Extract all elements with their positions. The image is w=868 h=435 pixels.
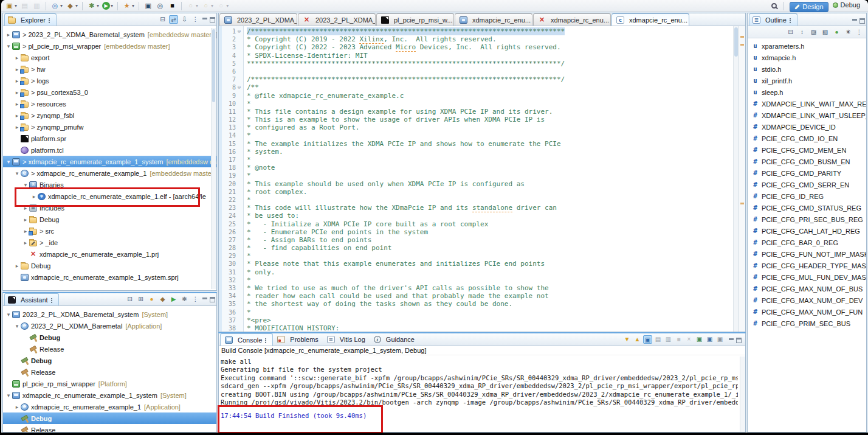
scroll-lock-button[interactable]: ▣: [643, 335, 652, 344]
expander-icon[interactable]: ▾: [13, 323, 21, 329]
maximize-icon[interactable]: [736, 338, 742, 343]
outline-item[interactable]: xparameters.h: [748, 40, 866, 52]
tree-row[interactable]: Debug: [3, 355, 216, 366]
view-menu-icon[interactable]: ⋮: [191, 15, 200, 24]
expander-icon[interactable]: ▾: [5, 159, 12, 165]
tree-row[interactable]: xdmapcie_rc_enumerate_example_1_system.s…: [3, 271, 216, 283]
tree-row[interactable]: ▸>resources: [3, 98, 216, 110]
collapse-all-button[interactable]: ⊟: [786, 28, 795, 37]
tree-row[interactable]: Release: [3, 343, 216, 355]
code-editor[interactable]: 1⊖2345678⊖910111213141516171819202122232…: [219, 26, 745, 332]
tree-row[interactable]: ▾2023_2_PL_XDMA_Baremetal_system[System]: [3, 308, 216, 320]
launch-debug-button[interactable]: ★▾: [121, 1, 136, 11]
editor-tab[interactable]: 2023_2_PL_XDMA_...: [219, 13, 297, 26]
tab-outline[interactable]: Outline: [749, 13, 797, 26]
outline-item[interactable]: XDMAPCIE_DEVICE_ID: [748, 121, 866, 133]
tab-menu-icon[interactable]: [48, 18, 52, 23]
debug-button[interactable]: ✱: [180, 295, 189, 304]
console-tab-console[interactable]: Console: [220, 333, 273, 346]
hide-fields-button[interactable]: ▨: [809, 28, 818, 37]
build-button[interactable]: ◆: [158, 295, 167, 304]
tree-row[interactable]: ▸Includes: [3, 202, 216, 214]
remove-launch-button[interactable]: ×: [684, 335, 694, 344]
dropdown-arrow-icon[interactable]: ▾: [75, 3, 78, 9]
link-with-editor-button[interactable]: ⇄: [169, 15, 178, 24]
amd-console-button[interactable]: ■: [167, 1, 178, 11]
build-button[interactable]: ◆▾: [64, 1, 79, 11]
outline-item[interactable]: sleep.h: [748, 86, 866, 98]
hide-inactive-button[interactable]: ✳: [844, 28, 853, 37]
tab-assistant[interactable]: Assistant: [4, 293, 59, 305]
outline-item[interactable]: PCIE_CFG_PRIM_SEC_BUS: [748, 318, 866, 329]
maximize-icon[interactable]: [859, 18, 865, 24]
display-console-button[interactable]: ▣: [705, 335, 714, 344]
view-menu-icon[interactable]: ⋮: [191, 295, 200, 304]
perspective-debug[interactable]: Debug: [828, 0, 864, 10]
console-tab-guidance[interactable]: Guidance: [370, 333, 419, 346]
expander-icon[interactable]: ▸: [22, 205, 29, 211]
dropdown-arrow-icon[interactable]: ▾: [111, 3, 113, 9]
import-button[interactable]: ⇩: [180, 15, 189, 24]
outline-item[interactable]: PCIE_CFG_MAX_NUM_OF_FUN: [748, 306, 866, 318]
launch-target-button[interactable]: ◎▾: [49, 1, 64, 11]
editor-tab[interactable]: 2023_2_PL_XDMA_...: [298, 13, 376, 26]
tree-row[interactable]: Debug: [3, 412, 216, 424]
tree-row[interactable]: pl_pcie_rp_msi_wrapper[Platform]: [3, 378, 216, 389]
expand-all-button[interactable]: ⊞: [136, 295, 145, 304]
outline-item[interactable]: PCIE_CFG_PRI_SEC_BUS_REG: [748, 214, 866, 225]
expander-icon[interactable]: ▸: [13, 55, 21, 61]
clean-button[interactable]: ●: [147, 295, 156, 304]
outline-item[interactable]: XDMAPCIE_LINK_WAIT_USLEEP_MIN: [748, 110, 866, 121]
minimize-icon[interactable]: [202, 297, 208, 302]
expander-icon[interactable]: ▾: [13, 170, 21, 176]
expander-icon[interactable]: ▸: [22, 240, 29, 246]
sort-button[interactable]: ↕: [797, 28, 807, 37]
tree-row[interactable]: platform.tcl: [3, 144, 216, 156]
editor-tab[interactable]: xdmapcie_rc_enu...×: [611, 13, 689, 26]
tree-row[interactable]: ▸>2023_2_PL_XDMA_Baremetal_system[embedd…: [3, 29, 216, 40]
perspective-design[interactable]: Design: [790, 2, 828, 12]
console-tab-problems[interactable]: Problems: [273, 333, 322, 346]
tree-row[interactable]: ▸>psu_cortexa53_0: [3, 86, 216, 98]
outline-item[interactable]: PCIE_CFG_CMD_BUSM_EN: [748, 156, 866, 167]
outline-item[interactable]: PCIE_CFG_CMD_MEM_EN: [748, 144, 866, 156]
tab-menu-icon[interactable]: [50, 298, 54, 302]
tree-row[interactable]: platform.spr: [3, 133, 216, 144]
code-lines[interactable]: /***************************************…: [244, 26, 733, 332]
outline-item[interactable]: PCIE_CFG_CMD_STATUS_REG: [748, 202, 866, 214]
expander-icon[interactable]: ▸: [5, 32, 12, 38]
console-scrollbar[interactable]: [740, 357, 745, 432]
collapse-all-button[interactable]: ⊟: [158, 15, 167, 24]
editor-tab[interactable]: pl_pcie_rp_msi_w...: [376, 13, 454, 26]
tree-row[interactable]: Release: [3, 366, 216, 378]
dropdown-arrow-icon[interactable]: ▾: [226, 3, 229, 9]
tree-row[interactable]: ▸>logs: [3, 75, 216, 86]
outline-item[interactable]: xdmapcie.h: [748, 52, 866, 63]
tree-row[interactable]: ▸>zynqmp_fsbl: [3, 110, 216, 121]
outline-item[interactable]: XDMAPCIE_LINK_WAIT_MAX_RETRIES: [748, 98, 866, 110]
tree-row[interactable]: ▸Debug: [3, 260, 216, 271]
tree-row[interactable]: ▾>xdmapcie_rc_enumerate_example_1_system…: [3, 156, 216, 167]
expander-icon[interactable]: ▾: [5, 392, 12, 398]
console-output[interactable]: make allGenerating bif file for the syst…: [219, 357, 740, 432]
outline-item[interactable]: PCIE_CFG_CMD_SERR_EN: [748, 179, 866, 190]
tree-row[interactable]: ▸>src: [3, 225, 216, 237]
explorer-scrollbar[interactable]: [211, 28, 216, 289]
outline-item[interactable]: PCIE_CFG_CAH_LAT_HD_REG: [748, 225, 866, 237]
maximize-icon[interactable]: [210, 297, 215, 302]
tab-menu-icon[interactable]: [264, 338, 268, 343]
clear-console-button[interactable]: ▥: [664, 335, 673, 344]
minimize-icon[interactable]: [728, 338, 734, 343]
tree-row[interactable]: ▸>_ide: [3, 237, 216, 248]
scroll-to-bottom-button[interactable]: ▼: [622, 335, 632, 344]
expander-icon[interactable]: ▸: [22, 217, 29, 223]
pin-console-button[interactable]: ▤: [653, 335, 663, 344]
tree-row[interactable]: ▾>xdmapcie_rc_enumerate_example_1[embedd…: [3, 167, 216, 179]
outline-item[interactable]: stdio.h: [748, 63, 866, 75]
tree-row[interactable]: ▾>pl_pcie_rp_msi_wrapper[embeddedsw mast…: [3, 40, 216, 52]
tab-menu-icon[interactable]: [789, 18, 793, 23]
open-console-button[interactable]: ▣: [695, 335, 704, 344]
tree-row[interactable]: ▾Binaries: [3, 179, 216, 190]
fold-marker-icon[interactable]: ⊖: [236, 27, 243, 35]
run-button[interactable]: ▶: [169, 295, 178, 304]
